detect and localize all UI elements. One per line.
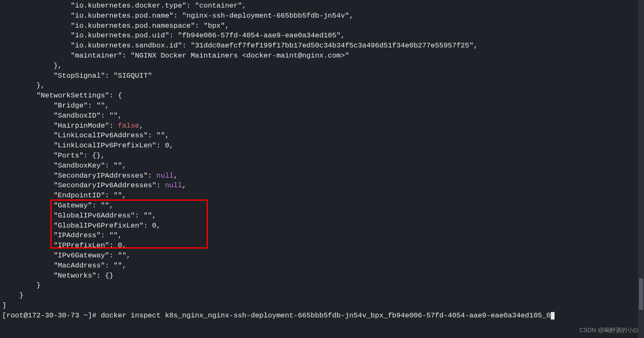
- json-line: "SandboxKey": "",: [2, 162, 126, 170]
- json-line: }: [2, 291, 24, 299]
- json-line: "EndpointID": "",: [2, 191, 126, 199]
- command-text: docker inspect k8s_nginx_nginx-ssh-deplo…: [101, 312, 551, 320]
- json-line: "HairpinMode": false,: [2, 122, 144, 130]
- json-line: "IPAddress": "",: [2, 231, 122, 239]
- json-line: "IPPrefixLen": 0,: [2, 241, 126, 249]
- json-line: "io.kubernetes.docker.type": "container"…: [2, 2, 247, 10]
- json-line: "Bridge": "",: [2, 102, 109, 110]
- json-line: ]: [2, 301, 6, 309]
- json-line: "SandboxID": "",: [2, 112, 122, 120]
- json-line: "io.kubernetes.pod.namespace": "bpx",: [2, 22, 229, 30]
- json-line: "Ports": {},: [2, 152, 105, 160]
- scrollbar[interactable]: [638, 0, 644, 338]
- json-line: "IPv6Gateway": "",: [2, 252, 131, 259]
- json-line: "StopSignal": "SIGQUIT": [2, 72, 152, 80]
- json-line: }: [2, 281, 41, 289]
- json-line: "SecondaryIPv6Addresses": null,: [2, 181, 187, 189]
- json-line: },: [2, 62, 62, 70]
- json-line: "io.kubernetes.pod.uid": "fb94e006-57fd-…: [2, 31, 345, 39]
- json-line: "maintainer": "NGINX Docker Maintainers …: [2, 52, 349, 60]
- json-line: "NetworkSettings": {: [2, 92, 122, 100]
- json-line: "io.kubernetes.pod.name": "nginx-ssh-dep…: [2, 12, 354, 20]
- scrollbar-thumb[interactable]: [639, 278, 643, 310]
- json-line: },: [2, 81, 45, 89]
- json-line: "LinkLocalIPv6Address": "",: [2, 131, 169, 139]
- shell-prompt: [root@172-30-30-73 ~]# docker inspect k8…: [2, 312, 555, 320]
- json-line: "GlobalIPv6Address": "",: [2, 212, 156, 220]
- json-line: "Networks": {}: [2, 272, 113, 280]
- cursor: [551, 312, 555, 320]
- json-line: "io.kubernetes.sandbox.id": "31ddc0aefcf…: [2, 42, 478, 50]
- terminal-output[interactable]: "io.kubernetes.docker.type": "container"…: [0, 0, 644, 322]
- json-line: "Gateway": "",: [2, 202, 113, 210]
- json-line: "MacAddress": "",: [2, 262, 126, 270]
- json-line: "GlobalIPv6PrefixLen": 0,: [2, 222, 160, 230]
- json-line: "LinkLocalIPv6PrefixLen": 0,: [2, 141, 173, 149]
- json-line: "SecondaryIPAddresses": null,: [2, 172, 178, 180]
- watermark: CSDN @喝醉酒的小白: [579, 326, 639, 335]
